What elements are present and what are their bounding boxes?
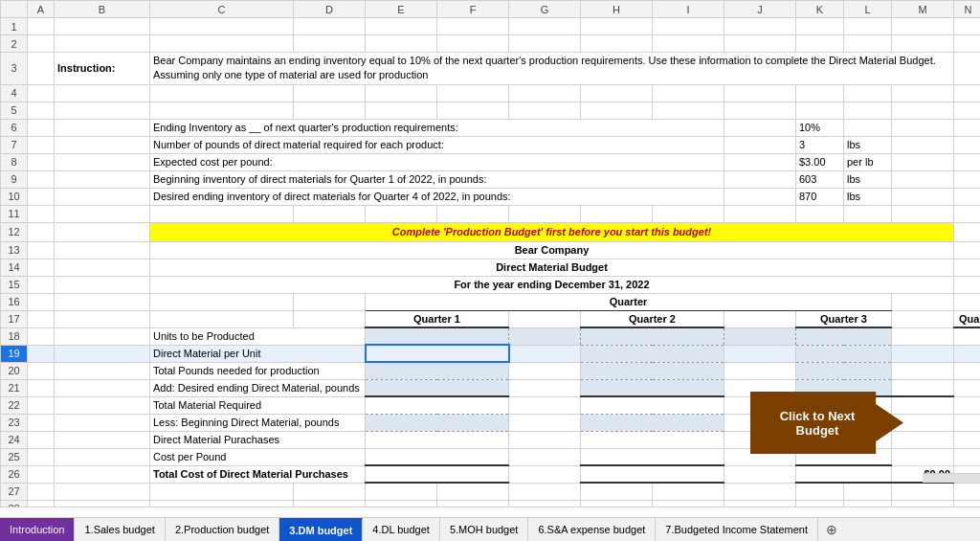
q3-header: Quarter 3	[796, 310, 892, 327]
add-sheet-button[interactable]: ⊕	[818, 519, 845, 540]
q1-header: Quarter 1	[366, 310, 509, 327]
beginning-inventory-value: 603	[796, 170, 844, 188]
row-23: 23	[1, 414, 28, 431]
row-3: 3	[1, 53, 28, 85]
dm-per-unit-q1[interactable]	[366, 345, 509, 362]
row-22: 22	[1, 396, 28, 414]
row-17: 17	[1, 310, 28, 327]
budget-period: For the year ending December 31, 2022	[150, 276, 954, 293]
row-18: 18	[1, 327, 28, 345]
units-producted-label: Units to be Producted	[150, 327, 366, 345]
col-header-a: A	[28, 1, 55, 18]
col-header-b: B	[55, 1, 150, 18]
row-28: 28	[1, 500, 28, 507]
ending-inventory-q4-unit: lbs	[844, 188, 892, 205]
row-12: 12	[1, 222, 28, 241]
col-header-d: D	[294, 1, 366, 18]
cost-per-pound-unit: per lb	[844, 153, 892, 170]
row-27: 27	[1, 483, 28, 500]
col-header-m: M	[892, 1, 954, 18]
row-20: 20	[1, 362, 28, 379]
tab-sa-budget[interactable]: 6.S&A expense budget	[528, 518, 656, 542]
tab-introduction[interactable]: Introduction	[0, 518, 75, 542]
row-14: 14	[1, 259, 28, 276]
desired-ending-label: Add: Desired ending Direct Material, pou…	[150, 379, 366, 396]
tab-production-budget[interactable]: 2.Production budget	[166, 518, 279, 542]
company-name: Bear Company	[150, 241, 954, 259]
row-26: 26	[1, 465, 28, 483]
tab-moh-budget[interactable]: 5.MOH budget	[440, 518, 529, 542]
col-header-e: E	[366, 1, 437, 18]
beginning-inventory-unit: lbs	[844, 170, 892, 188]
cost-per-pound-label: Expected cost per pound:	[150, 153, 724, 170]
col-header-i: I	[653, 1, 724, 18]
row-10: 10	[1, 188, 28, 205]
dm-purchases-label: Direct Material Purachases	[150, 431, 366, 448]
tab-sales-budget[interactable]: 1.Sales budget	[75, 518, 165, 542]
col-header-c: C	[150, 1, 294, 18]
row-25: 25	[1, 448, 28, 465]
row-9: 9	[1, 170, 28, 188]
instruction-label: Instruction:	[55, 53, 150, 85]
row-7: 7	[1, 136, 28, 153]
row-8: 8	[1, 153, 28, 170]
q2-header: Quarter 2	[581, 310, 724, 327]
cost-per-pound-value: $3.00	[796, 153, 844, 170]
row-6: 6	[1, 119, 28, 136]
production-budget-note: Complete 'Production Budget' first befor…	[150, 222, 954, 241]
col-header-j: J	[724, 1, 796, 18]
tab-dm-budget[interactable]: 3.DM budget	[279, 518, 363, 542]
col-header-g: G	[509, 1, 581, 18]
row-21: 21	[1, 379, 28, 396]
col-header-f: F	[437, 1, 509, 18]
row-11: 11	[1, 205, 28, 222]
pounds-per-product-label: Number of pounds of direct material requ…	[150, 136, 724, 153]
dm-per-unit-label: Direct Material per Unit	[150, 345, 366, 362]
cost-per-pound-row-label: Cost per Pound	[150, 448, 366, 465]
pounds-per-product-value: 3	[796, 136, 844, 153]
horizontal-scrollbar[interactable]	[923, 473, 980, 483]
row-16: 16	[1, 293, 28, 310]
tab-bar: Introduction 1.Sales budget 2.Production…	[0, 517, 980, 541]
arrow-btn-line1: Click to Next	[780, 409, 856, 423]
ending-inventory-q4-value: 870	[796, 188, 844, 205]
arrow-btn-line2: Budget	[780, 423, 856, 438]
row-24: 24	[1, 431, 28, 448]
spreadsheet: A B C D E F G H I J K L M N O P 1	[0, 0, 980, 507]
budget-title: Direct Material Budget	[150, 259, 954, 276]
col-header-h: H	[581, 1, 653, 18]
ending-inventory-label: Ending Inventory as __ of next quarter's…	[150, 119, 724, 136]
col-header-n: N	[954, 1, 981, 18]
ending-inventory-value: 10%	[796, 119, 844, 136]
row-19-selected: 19	[1, 345, 28, 362]
row-13: 13	[1, 241, 28, 259]
col-header-l: L	[844, 1, 892, 18]
total-cost-dm-label: Total Cost of Direct Material Purchases	[150, 465, 366, 483]
row-2: 2	[1, 35, 28, 53]
beginning-inventory-label: Beginning inventory of direct materials …	[150, 170, 724, 188]
q4-header: Quarter 4	[954, 310, 981, 327]
row-4: 4	[1, 84, 28, 101]
total-pounds-label: Total Pounds needed for production	[150, 362, 366, 379]
tab-income-statement[interactable]: 7.Budgeted Income Statement	[656, 518, 818, 542]
ending-inventory-q4-label: Desired ending inventory of direct mater…	[150, 188, 724, 205]
pounds-per-product-unit: lbs	[844, 136, 892, 153]
corner-cell	[1, 1, 28, 18]
col-header-k: K	[796, 1, 844, 18]
beginning-dm-label: Less: Beginning Direct Material, pounds	[150, 414, 366, 431]
instruction-text: Bear Company maintains an ending invento…	[150, 53, 954, 85]
quarter-header-label: Quarter	[366, 293, 892, 310]
row-1: 1	[1, 18, 28, 35]
row-5: 5	[1, 101, 28, 119]
tab-dl-budget[interactable]: 4.DL budget	[363, 518, 440, 542]
total-material-label: Total Material Required	[150, 396, 366, 414]
row-15: 15	[1, 276, 28, 293]
